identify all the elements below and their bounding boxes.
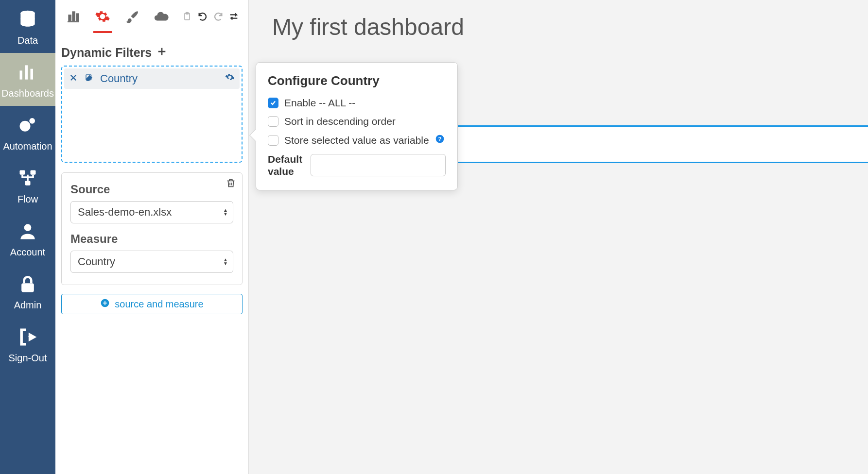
source-select[interactable]: Sales-demo-en.xlsx ▲▼: [70, 201, 233, 223]
enable-all-checkbox[interactable]: [268, 98, 278, 108]
store-var-checkbox[interactable]: [268, 135, 278, 146]
undo-icon: [197, 11, 208, 24]
gears-icon: [17, 115, 38, 138]
svg-rect-1: [20, 70, 23, 79]
svg-rect-2: [25, 65, 28, 79]
remove-filter-icon[interactable]: [69, 72, 78, 85]
source-measure-card: Source Sales-demo-en.xlsx ▲▼ Measure Cou…: [61, 172, 243, 285]
toolbar-clipboard[interactable]: [180, 11, 194, 24]
toolbar-cloud[interactable]: [151, 5, 172, 30]
nav-label: Flow: [17, 194, 38, 205]
svg-point-4: [20, 121, 31, 132]
sort-desc-row[interactable]: Sort in descending order: [268, 116, 446, 127]
toolbar-swap[interactable]: [227, 11, 241, 24]
nav-label: Automation: [3, 141, 52, 152]
filter-chip-country[interactable]: Country: [64, 68, 240, 89]
store-var-label: Store selected value as variable: [284, 135, 429, 146]
default-value-row: Default value: [268, 153, 446, 177]
svg-rect-13: [73, 12, 75, 20]
nav-admin[interactable]: Admin: [0, 265, 55, 318]
bar-chart-icon: [66, 9, 81, 26]
filter-chip-label: Country: [100, 72, 138, 85]
nav-data[interactable]: Data: [0, 0, 55, 53]
configure-country-popover: Configure Country Enable -- ALL -- Sort …: [256, 62, 458, 190]
nav-label: Account: [10, 247, 45, 258]
popover-title: Configure Country: [268, 73, 446, 88]
flow-icon: [17, 168, 38, 191]
nav-flow[interactable]: Flow: [0, 159, 55, 212]
config-panel: Dynamic Filters Country Source Sales-dem…: [55, 0, 249, 474]
svg-point-9: [24, 224, 32, 231]
svg-rect-12: [69, 15, 71, 20]
clipboard-icon: [182, 12, 192, 23]
svg-marker-11: [29, 333, 36, 341]
measure-label: Measure: [70, 232, 233, 246]
nav-signout[interactable]: Sign-Out: [0, 318, 55, 371]
svg-rect-6: [20, 170, 25, 175]
bar-chart-icon: [17, 62, 38, 85]
enable-all-label: Enable -- ALL --: [284, 97, 355, 109]
toolbar-settings[interactable]: [92, 5, 113, 30]
cloud-icon: [153, 8, 170, 27]
nav-rail: Data Dashboards Automation Flow Account …: [0, 0, 55, 474]
toolbar-redo[interactable]: [211, 11, 225, 24]
svg-rect-8: [25, 181, 31, 186]
toolbar-chart[interactable]: [63, 5, 84, 30]
edit-filter-icon[interactable]: [85, 72, 93, 85]
toolbar-undo[interactable]: [196, 11, 209, 24]
nav-dashboards[interactable]: Dashboards: [0, 53, 55, 106]
toolbar-style[interactable]: [122, 5, 142, 30]
filter-drop-zone[interactable]: Country: [61, 66, 243, 163]
dynamic-filters-title: Dynamic Filters: [61, 46, 243, 60]
lock-icon: [17, 273, 38, 297]
panel-toolbar: [61, 0, 243, 32]
add-source-measure-label: source and measure: [115, 299, 203, 310]
redo-icon: [213, 11, 224, 24]
measure-value: Country: [78, 255, 115, 268]
sort-desc-label: Sort in descending order: [284, 116, 396, 127]
nav-label: Admin: [14, 300, 42, 311]
nav-account[interactable]: Account: [0, 212, 55, 265]
svg-rect-10: [21, 283, 34, 292]
enable-all-row[interactable]: Enable -- ALL --: [268, 97, 446, 109]
help-icon[interactable]: ?: [435, 134, 445, 146]
dashboard-title[interactable]: My first dashboard: [272, 14, 849, 40]
select-arrows-icon: ▲▼: [223, 208, 228, 216]
nav-label: Sign-Out: [9, 353, 47, 364]
default-value-input[interactable]: [311, 154, 446, 176]
nav-label: Dashboards: [1, 88, 54, 99]
add-source-measure-button[interactable]: source and measure: [61, 294, 243, 314]
sort-desc-checkbox[interactable]: [268, 116, 278, 127]
svg-rect-3: [31, 69, 34, 80]
store-var-row[interactable]: Store selected value as variable ?: [268, 134, 446, 146]
svg-point-5: [29, 118, 35, 124]
user-icon: [17, 220, 38, 244]
sign-out-icon: [17, 326, 38, 350]
plus-icon[interactable]: [156, 46, 167, 60]
source-value: Sales-demo-en.xlsx: [78, 206, 172, 219]
nav-label: Data: [17, 35, 38, 46]
database-icon: [17, 9, 38, 32]
measure-select[interactable]: Country ▲▼: [70, 251, 233, 273]
swap-icon: [228, 11, 239, 24]
plus-circle-icon: [100, 298, 110, 310]
filter-settings-icon[interactable]: [225, 72, 235, 85]
delete-card-icon[interactable]: [226, 178, 236, 190]
svg-rect-14: [77, 14, 79, 20]
nav-automation[interactable]: Automation: [0, 106, 55, 159]
svg-rect-7: [31, 170, 36, 175]
svg-text:?: ?: [438, 135, 441, 142]
toolbar-history-group: [180, 11, 241, 24]
source-label: Source: [70, 183, 233, 196]
select-arrows-icon: ▲▼: [223, 258, 228, 266]
paint-brush-icon: [124, 9, 140, 26]
section-title-text: Dynamic Filters: [61, 46, 152, 60]
gear-icon: [95, 9, 110, 26]
default-value-label: Default value: [268, 153, 302, 177]
